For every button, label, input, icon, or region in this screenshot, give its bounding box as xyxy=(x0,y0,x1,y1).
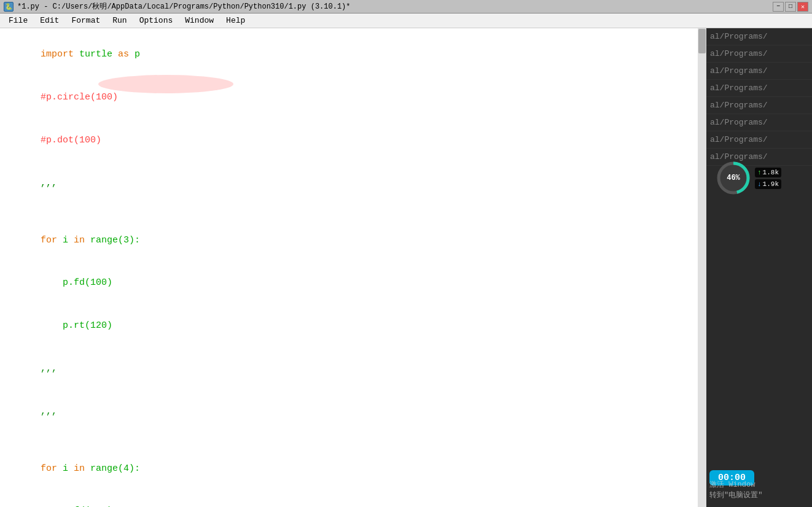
menu-help[interactable]: Help xyxy=(220,15,251,26)
watermark-line2: 转到"电脑设置" xyxy=(709,490,762,501)
titlebar-left: 🐍 *1.py - C:/Users/秋明/AppData/Local/Prog… xyxy=(4,1,350,12)
arrow-up-icon: ↑ xyxy=(757,169,762,176)
arrow-down-icon: ↓ xyxy=(757,180,762,188)
perf-stat-down: ↓ 1.9k xyxy=(755,179,781,189)
windows-watermark: 激活 Window 转到"电脑设置" xyxy=(709,480,762,501)
menu-edit[interactable]: Edit xyxy=(34,15,65,26)
main-area: import turtle as p #p.circle(100) #p.dot… xyxy=(0,28,812,507)
right-sidebar: al/Programs/ al/Programs/ al/Programs/ a… xyxy=(706,28,812,507)
code-line-13: p.fd(100) xyxy=(7,490,699,507)
perf-stats: ↑ 1.8k ↓ 1.9k xyxy=(755,168,781,189)
sidebar-entry-2: al/Programs/ xyxy=(706,63,812,80)
code-line-9: ,,, xyxy=(7,347,699,390)
app-icon: 🐍 xyxy=(4,2,14,12)
vertical-scrollbar[interactable] xyxy=(698,28,706,507)
perf-stat-up: ↑ 1.8k xyxy=(755,168,781,177)
code-line-7: p.fd(100) xyxy=(7,261,699,304)
perf-circle: 46% xyxy=(716,160,751,196)
watermark-line1: 激活 Window xyxy=(709,480,762,490)
code-editor[interactable]: import turtle as p #p.circle(100) #p.dot… xyxy=(0,28,706,507)
code-line-10: ,,, xyxy=(7,390,699,433)
titlebar: 🐍 *1.py - C:/Users/秋明/AppData/Local/Prog… xyxy=(0,0,812,14)
code-line-1: import turtle as p xyxy=(7,33,699,76)
menu-options[interactable]: Options xyxy=(133,15,179,26)
sidebar-entry-5: al/Programs/ xyxy=(706,114,812,131)
minimize-button[interactable]: − xyxy=(773,2,784,12)
menu-file[interactable]: File xyxy=(2,15,34,26)
sidebar-entry-4: al/Programs/ xyxy=(706,97,812,114)
menu-window[interactable]: Window xyxy=(179,15,220,26)
perf-up-value: 1.8k xyxy=(763,169,779,176)
code-line-6: for i in range(3): xyxy=(7,219,699,261)
code-line-11 xyxy=(7,433,699,447)
restore-button[interactable]: □ xyxy=(785,2,796,12)
window-controls[interactable]: − □ ✕ xyxy=(773,2,808,12)
menu-run[interactable]: Run xyxy=(106,15,133,26)
code-line-8: p.rt(120) xyxy=(7,304,699,347)
menubar: File Edit Format Run Options Window Help xyxy=(0,14,812,28)
code-line-3: #p.dot(100) xyxy=(7,119,699,162)
sidebar-entry-3: al/Programs/ xyxy=(706,80,812,97)
perf-overlay: 46% ↑ 1.8k ↓ 1.9k xyxy=(716,160,781,196)
close-button[interactable]: ✕ xyxy=(797,2,808,12)
sidebar-entry-1: al/Programs/ xyxy=(706,45,812,63)
code-line-5 xyxy=(7,204,699,219)
code-line-4: ,,, xyxy=(7,161,699,204)
sidebar-entry-0: al/Programs/ xyxy=(706,28,812,45)
code-line-12: for i in range(4): xyxy=(7,447,699,490)
perf-percent: 46% xyxy=(727,174,740,182)
sidebar-entry-6: al/Programs/ xyxy=(706,131,812,149)
code-line-2: #p.circle(100) xyxy=(7,76,699,119)
scrollbar-thumb[interactable] xyxy=(698,29,706,53)
menu-format[interactable]: Format xyxy=(65,15,106,26)
window-title: *1.py - C:/Users/秋明/AppData/Local/Progra… xyxy=(17,1,350,12)
perf-down-value: 1.9k xyxy=(763,180,779,188)
